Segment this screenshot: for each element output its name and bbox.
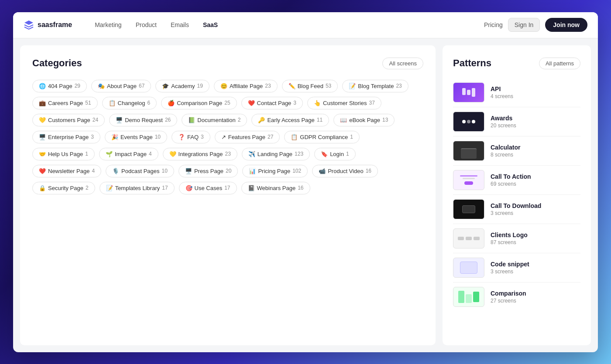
pattern-item-call-to-action[interactable]: Call To Action 69 screens (453, 166, 580, 195)
joinnow-button[interactable]: Join now (545, 18, 587, 32)
category-tag[interactable]: 😊Affiliate Page23 (214, 80, 278, 92)
category-tag[interactable]: ✏️Blog Feed53 (282, 80, 338, 92)
pattern-item-code-snippet[interactable]: Code snippet 3 screens (453, 253, 580, 282)
category-count: 123 (295, 151, 303, 157)
category-label: Impact Page (115, 151, 147, 157)
category-tag[interactable]: ❓FAQ3 (172, 131, 210, 143)
category-emoji: 🎓 (162, 83, 169, 89)
category-tag[interactable]: 🎯Use Cases17 (179, 182, 237, 194)
category-tag[interactable]: 💛Integrations Page23 (163, 148, 237, 160)
pattern-screens: 69 screens (491, 181, 531, 187)
category-label: Customers Page (48, 117, 90, 123)
pattern-item-call-to-download[interactable]: Call To Download 3 screens (453, 195, 580, 224)
category-tag[interactable]: 🍎Comparison Page25 (161, 97, 237, 109)
category-count: 13 (382, 117, 388, 123)
signin-button[interactable]: Sign In (508, 18, 540, 32)
category-tag[interactable]: ✈️Landing Page123 (242, 148, 310, 160)
category-tag[interactable]: 🖥️Enterprise Page3 (32, 131, 100, 143)
pattern-screens: 3 screens (491, 269, 529, 275)
category-tag[interactable]: ↗Features Page27 (215, 131, 280, 143)
pattern-item-api[interactable]: API 4 screens (453, 78, 580, 107)
category-tag[interactable]: 🖥️Demo Request26 (109, 114, 177, 126)
logo-icon (24, 20, 34, 30)
category-emoji: 📗 (188, 117, 195, 123)
patterns-panel: Patterns All patterns API 4 screens Awar… (443, 45, 591, 345)
category-count: 23 (396, 83, 402, 89)
category-count: 29 (75, 83, 80, 89)
pattern-info: Call To Download 3 screens (491, 202, 541, 216)
category-count: 102 (292, 168, 301, 174)
category-emoji: ↗ (221, 134, 226, 140)
all-patterns-button[interactable]: All patterns (539, 58, 580, 69)
category-label: Use Cases (195, 185, 223, 191)
category-label: Customer Stories (323, 100, 367, 106)
category-tag[interactable]: 💛Customers Page24 (32, 114, 105, 126)
category-emoji: 🎭 (98, 83, 105, 89)
category-tag[interactable]: 📋Changelog6 (102, 97, 157, 109)
pattern-item-clients-logo[interactable]: Clients Logo 87 screens (453, 224, 580, 253)
category-tag[interactable]: 🎓Academy19 (155, 80, 209, 92)
category-emoji: 👆 (314, 100, 321, 106)
category-tag[interactable]: 📋GDPR Compliance1 (284, 131, 360, 143)
category-tag[interactable]: 🌱Impact Page4 (99, 148, 158, 160)
pattern-name: Call To Download (491, 202, 541, 209)
category-label: Documentation (197, 117, 235, 123)
category-emoji: 💛 (169, 151, 176, 157)
pattern-info: Code snippet 3 screens (491, 261, 529, 275)
category-tag[interactable]: 📹Product Video16 (312, 165, 378, 177)
category-label: Blog Template (358, 83, 394, 89)
category-emoji: 📹 (319, 168, 326, 174)
pattern-name: Call To Action (491, 173, 531, 180)
category-tag[interactable]: 💼Careers Page51 (32, 97, 98, 109)
all-screens-button[interactable]: All screens (382, 58, 423, 69)
category-tag[interactable]: 🎙️Podcast Pages10 (106, 165, 174, 177)
category-tag[interactable]: ❤️Newsletter Page4 (32, 165, 101, 177)
category-count: 25 (224, 100, 230, 106)
pricing-link[interactable]: Pricing (484, 21, 503, 28)
category-tag[interactable]: 📊Pricing Page102 (242, 165, 308, 177)
pattern-name: API (491, 85, 513, 92)
nav-emails[interactable]: Emails (165, 19, 194, 31)
nav-saas[interactable]: SaaS (198, 19, 223, 31)
category-tag[interactable]: 🎉Events Page10 (105, 131, 167, 143)
categories-panel: Categories All screens 🌐404 Page29🎭About… (20, 45, 436, 345)
category-emoji: 📋 (291, 134, 298, 140)
category-emoji: 🎉 (111, 134, 118, 140)
category-tag[interactable]: 🔑Early Access Page11 (251, 114, 329, 126)
nav-marketing[interactable]: Marketing (89, 19, 127, 31)
categories-title: Categories (32, 58, 82, 69)
category-tag[interactable]: 📗Documentation2 (182, 114, 247, 126)
category-emoji: 🎯 (185, 185, 192, 191)
category-emoji: 💛 (39, 117, 46, 123)
navbar: saasframe Marketing Product Emails SaaS … (13, 12, 598, 38)
logo[interactable]: saasframe (24, 20, 72, 30)
category-tag[interactable]: 👆Customer Stories37 (307, 97, 381, 109)
category-emoji: 🖥️ (39, 134, 46, 140)
pattern-name: Code snippet (491, 261, 529, 268)
pattern-screens: 20 screens (491, 122, 516, 129)
category-tag[interactable]: 🤝Help Us Page1 (32, 148, 95, 160)
category-label: eBook Page (349, 117, 380, 123)
category-tag[interactable]: 📝Templates Library17 (100, 182, 175, 194)
category-tag[interactable]: 📝Blog Template23 (342, 80, 408, 92)
category-count: 1 (350, 134, 353, 140)
category-emoji: 🤝 (39, 151, 46, 157)
category-tag[interactable]: 🔖Login1 (314, 148, 356, 160)
category-tag[interactable]: 🎭About Page67 (91, 80, 151, 92)
pattern-item-calculator[interactable]: Calculator 8 screens (453, 136, 580, 166)
category-tag[interactable]: 🌐404 Page29 (32, 80, 87, 92)
nav-product[interactable]: Product (130, 19, 162, 31)
category-tag[interactable]: 🖥️Press Page20 (178, 165, 238, 177)
pattern-item-awards[interactable]: Awards 20 screens (453, 107, 580, 136)
category-count: 2 (86, 185, 89, 191)
category-tag[interactable]: 📓Webinars Page16 (241, 182, 310, 194)
category-tag[interactable]: 🔒Security Page2 (32, 182, 95, 194)
category-tag[interactable]: ❤️Contact Page3 (241, 97, 303, 109)
pattern-item-comparison[interactable]: Comparison 27 screens (453, 282, 580, 311)
main-content: Categories All screens 🌐404 Page29🎭About… (13, 38, 598, 352)
category-label: Blog Feed (298, 83, 323, 89)
category-count: 23 (225, 151, 231, 157)
category-tag[interactable]: 📖eBook Page13 (333, 114, 395, 126)
pattern-info: Clients Logo 87 screens (491, 231, 528, 245)
category-label: About Page (107, 83, 137, 89)
